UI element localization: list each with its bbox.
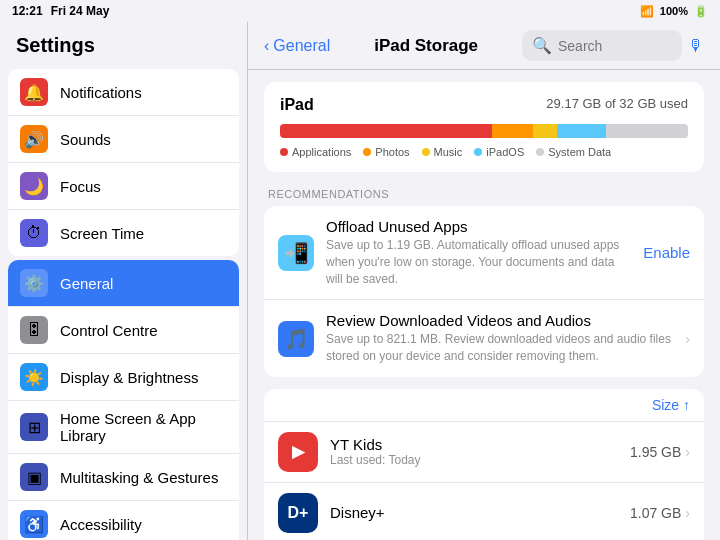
app-chevron-ytkids: › [685, 444, 690, 460]
sidebar-title: Settings [0, 22, 247, 65]
storage-segment-music [533, 124, 557, 138]
app-chevron-disney: › [685, 505, 690, 521]
sort-row: Size ↑ [264, 389, 704, 422]
sidebar-icon-accessibility: ♿ [20, 510, 48, 538]
storage-segment-applications [280, 124, 492, 138]
sidebar-label-display: Display & Brightness [60, 369, 198, 386]
sidebar: Settings 🔔 Notifications 🔊 Sounds 🌙 Focu… [0, 22, 248, 540]
chevron-right-icon: › [685, 331, 690, 347]
status-bar: 12:21 Fri 24 May 📶 100% 🔋 [0, 0, 720, 22]
content-area: ‹ General iPad Storage 🔍 🎙 iPad 29.17 GB… [248, 22, 720, 540]
sidebar-item-focus[interactable]: 🌙 Focus [8, 163, 239, 210]
search-input[interactable] [558, 38, 672, 54]
rec-icon-review-videos: 🎵 [278, 321, 314, 357]
storage-segment-ipados [557, 124, 606, 138]
rec-action-offload[interactable]: Enable [643, 244, 690, 261]
status-time: 12:21 [12, 4, 43, 18]
battery-icon: 🔋 [694, 5, 708, 18]
nav-back-label: General [273, 37, 330, 55]
sidebar-item-accessibility[interactable]: ♿ Accessibility [8, 501, 239, 540]
rec-desc-review-videos: Save up to 821.1 MB. Review downloaded v… [326, 331, 673, 365]
sidebar-icon-home-screen: ⊞ [20, 413, 48, 441]
nav-bar: ‹ General iPad Storage 🔍 🎙 [248, 22, 720, 70]
legend-applications: Applications [280, 146, 351, 158]
app-name-ytkids: YT Kids [330, 436, 618, 453]
app-size-disney: 1.07 GB [630, 505, 681, 521]
legend-dot [536, 148, 544, 156]
storage-header: iPad 29.17 GB of 32 GB used [280, 96, 688, 114]
rec-item-review-videos[interactable]: 🎵 Review Downloaded Videos and Audios Sa… [264, 300, 704, 377]
wifi-icon: 📶 [640, 5, 654, 18]
legend-photos: Photos [363, 146, 409, 158]
storage-bar [280, 124, 688, 138]
legend-system-data: System Data [536, 146, 611, 158]
search-box[interactable]: 🔍 [522, 30, 682, 61]
search-icon: 🔍 [532, 36, 552, 55]
legend-dot [474, 148, 482, 156]
nav-back-button[interactable]: ‹ General [264, 37, 330, 55]
legend-dot [422, 148, 430, 156]
sidebar-icon-notifications: 🔔 [20, 78, 48, 106]
sidebar-label-notifications: Notifications [60, 84, 142, 101]
recommendations-label: RECOMMENDATIONS [264, 188, 704, 200]
storage-legend: ApplicationsPhotosMusiciPadOSSystem Data [280, 146, 688, 158]
sidebar-label-multitasking: Multitasking & Gestures [60, 469, 218, 486]
legend-music: Music [422, 146, 463, 158]
sidebar-item-display[interactable]: ☀️ Display & Brightness [8, 354, 239, 401]
storage-segment-photos [492, 124, 533, 138]
sidebar-label-screen-time: Screen Time [60, 225, 144, 242]
app-list-card: Size ↑ ▶ YT Kids Last used: Today 1.95 G… [264, 389, 704, 540]
legend-ipados: iPadOS [474, 146, 524, 158]
legend-dot [363, 148, 371, 156]
rec-content-review-videos: Review Downloaded Videos and Audios Save… [326, 312, 673, 365]
app-row-ytkids[interactable]: ▶ YT Kids Last used: Today 1.95 GB › [264, 422, 704, 483]
app-size-area-disney: 1.07 GB › [630, 505, 690, 521]
app-name-disney: Disney+ [330, 504, 618, 521]
sidebar-label-control-centre: Control Centre [60, 322, 158, 339]
sidebar-item-control-centre[interactable]: 🎛 Control Centre [8, 307, 239, 354]
sidebar-group: ⚙️ General 🎛 Control Centre ☀️ Display &… [8, 260, 239, 540]
sort-button[interactable]: Size ↑ [652, 397, 690, 413]
sidebar-icon-multitasking: ▣ [20, 463, 48, 491]
sidebar-item-screen-time[interactable]: ⏱ Screen Time [8, 210, 239, 256]
legend-dot [280, 148, 288, 156]
app-used-ytkids: Last used: Today [330, 453, 618, 467]
sidebar-label-accessibility: Accessibility [60, 516, 142, 533]
main-layout: Settings 🔔 Notifications 🔊 Sounds 🌙 Focu… [0, 22, 720, 540]
storage-device-label: iPad [280, 96, 314, 114]
app-icon-disney: D+ [278, 493, 318, 533]
sidebar-item-general[interactable]: ⚙️ General [8, 260, 239, 307]
sidebar-label-general: General [60, 275, 113, 292]
sidebar-icon-control-centre: 🎛 [20, 316, 48, 344]
sidebar-icon-focus: 🌙 [20, 172, 48, 200]
sidebar-label-sounds: Sounds [60, 131, 111, 148]
sidebar-icon-display: ☀️ [20, 363, 48, 391]
sidebar-item-home-screen[interactable]: ⊞ Home Screen & App Library [8, 401, 239, 454]
app-size-ytkids: 1.95 GB [630, 444, 681, 460]
rec-item-offload[interactable]: 📲 Offload Unused Apps Save up to 1.19 GB… [264, 206, 704, 300]
sidebar-group: 🔔 Notifications 🔊 Sounds 🌙 Focus ⏱ Scree… [8, 69, 239, 256]
chevron-left-icon: ‹ [264, 37, 269, 55]
sidebar-label-focus: Focus [60, 178, 101, 195]
sidebar-item-notifications[interactable]: 🔔 Notifications [8, 69, 239, 116]
sidebar-item-sounds[interactable]: 🔊 Sounds [8, 116, 239, 163]
battery-level: 100% [660, 5, 688, 17]
app-row-disney[interactable]: D+ Disney+ 1.07 GB › [264, 483, 704, 540]
storage-card: iPad 29.17 GB of 32 GB used Applications… [264, 82, 704, 172]
status-date: Fri 24 May [51, 4, 110, 18]
app-size-area-ytkids: 1.95 GB › [630, 444, 690, 460]
content-scroll: iPad 29.17 GB of 32 GB used Applications… [248, 70, 720, 540]
nav-title: iPad Storage [330, 36, 522, 56]
app-info-disney: Disney+ [330, 504, 618, 521]
storage-segment-system-data [606, 124, 688, 138]
sidebar-icon-sounds: 🔊 [20, 125, 48, 153]
sidebar-icon-general: ⚙️ [20, 269, 48, 297]
recommendations-card: 📲 Offload Unused Apps Save up to 1.19 GB… [264, 206, 704, 377]
microphone-icon[interactable]: 🎙 [688, 37, 704, 55]
rec-content-offload: Offload Unused Apps Save up to 1.19 GB. … [326, 218, 631, 287]
rec-desc-offload: Save up to 1.19 GB. Automatically offloa… [326, 237, 631, 287]
app-icon-ytkids: ▶ [278, 432, 318, 472]
sidebar-item-multitasking[interactable]: ▣ Multitasking & Gestures [8, 454, 239, 501]
storage-used-label: 29.17 GB of 32 GB used [546, 96, 688, 114]
sidebar-label-home-screen: Home Screen & App Library [60, 410, 227, 444]
